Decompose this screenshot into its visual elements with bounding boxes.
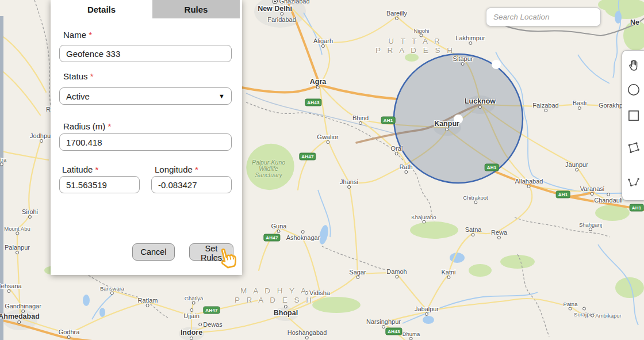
dropdown-caret-icon: ▼ — [218, 93, 225, 100]
circle-shape-icon — [626, 82, 641, 100]
latitude-label: Latitude * — [62, 165, 98, 174]
tool-pan-hand[interactable] — [626, 59, 642, 75]
set-rules-button[interactable]: Set Rules — [189, 243, 233, 261]
name-label: Name * — [63, 30, 92, 40]
rectangle-shape-icon — [626, 108, 641, 125]
status-select[interactable]: Active ▼ — [59, 87, 232, 105]
tab-details[interactable]: Details — [51, 0, 152, 18]
polyline-shape-icon — [626, 175, 641, 192]
radius-input[interactable] — [59, 133, 232, 151]
required-asterisk: * — [108, 121, 112, 131]
geofence-center-handle[interactable] — [454, 114, 463, 124]
name-input[interactable] — [59, 45, 232, 62]
longitude-label: Longitude * — [155, 165, 198, 174]
geofence-details-panel: Details Rules Name * Status * Active ▼ R… — [51, 0, 242, 275]
required-asterisk: * — [89, 30, 92, 40]
tool-draw-polygon[interactable] — [626, 141, 642, 157]
map-drawing-toolbar — [622, 50, 644, 201]
tab-rules[interactable]: Rules — [152, 0, 240, 18]
required-asterisk: * — [195, 165, 198, 174]
search-box — [486, 7, 601, 26]
panel-tab-bar: Details Rules — [51, 0, 242, 18]
latitude-input[interactable] — [59, 176, 140, 193]
geofence-radius-handle[interactable] — [492, 60, 501, 69]
required-asterisk: * — [95, 165, 99, 174]
tool-draw-polyline[interactable] — [626, 175, 642, 192]
status-value: Active — [66, 91, 90, 101]
required-asterisk: * — [90, 71, 94, 81]
tool-draw-rectangle[interactable] — [626, 109, 642, 125]
tool-draw-circle[interactable] — [626, 83, 642, 99]
longitude-input[interactable] — [151, 176, 232, 193]
polygon-shape-icon — [626, 140, 641, 158]
search-location-input[interactable] — [486, 8, 600, 26]
radius-label: Radius (m) * — [63, 121, 111, 131]
status-label: Status * — [63, 71, 94, 81]
cancel-button[interactable]: Cancel — [132, 243, 175, 261]
geofence-editor-screen: GhaziabadNew DelhiFaridabadAligarhBareil… — [0, 0, 644, 340]
pan-hand-icon — [626, 58, 641, 75]
